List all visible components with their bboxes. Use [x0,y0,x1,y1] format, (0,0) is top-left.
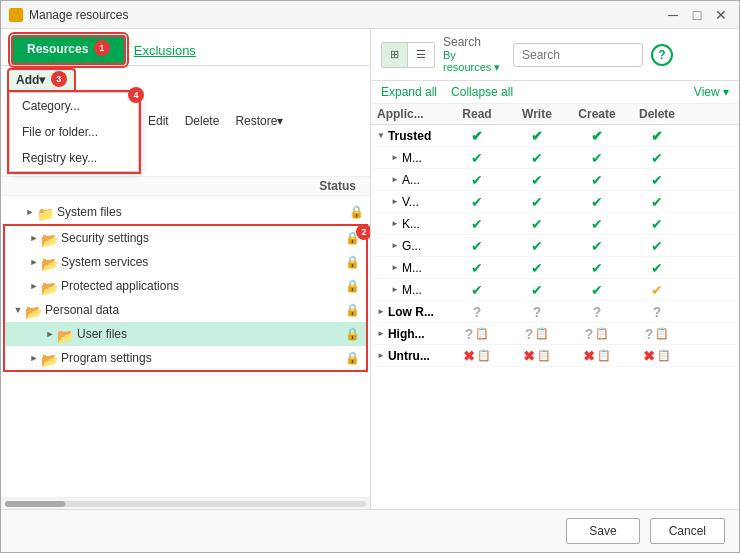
col-header-create: Create [567,107,627,121]
expand-all-link[interactable]: Expand all [381,85,437,99]
table-row-low-risk[interactable]: ►Low R... ? ? ? ? [371,301,739,323]
tree-row-user-files[interactable]: 📂 User files 🔒 [5,322,366,346]
maximize-button[interactable]: □ [687,5,707,25]
col-header-delete: Delete [627,107,687,121]
tree-row-program-settings[interactable]: 📂 Program settings 🔒 [5,346,366,370]
search-by[interactable]: By resources ▾ [443,49,507,74]
tree-row-system-files[interactable]: 📁 System files 🔒 [1,200,370,224]
search-label: Search [443,35,507,49]
right-toolbar: ⊞ ☰ Search By resources ▾ ? [371,29,739,81]
window-title: Manage resources [29,8,128,22]
folder-system-files-icon: 📁 [37,206,53,219]
lock-system-services: 🔒 [345,255,360,269]
table-header: Applic... Read Write Create Delete [371,104,739,125]
table-row-untrusted[interactable]: ►Untru... ✖📋 ✖📋 ✖📋 ✖📋 [371,345,739,367]
chevron-protected-apps [27,279,41,293]
box2-badge: 2 [356,224,370,240]
folder-user-files-icon: 📂 [57,328,73,341]
folder-personal-data-icon: 📂 [25,304,41,317]
chevron-system-files [23,205,37,219]
tree-label-system-files: System files [57,205,349,219]
left-panel: Resources 1 Exclusions Add▾ 3 Category..… [1,29,371,509]
manage-resources-window: Manage resources ─ □ ✕ Resources 1 Exclu… [0,0,740,553]
dropdown-file-folder[interactable]: File or folder... [10,119,138,145]
grid-view-button[interactable]: ⊞ [382,43,408,67]
view-link[interactable]: View ▾ [694,85,729,99]
table-row-m1[interactable]: ►M... ✔ ✔ ✔ ✔ [371,147,739,169]
add-button-wrap: Add▾ 3 Category... File or folder... Reg… [9,70,139,172]
lock-system-files: 🔒 [349,205,364,219]
tree-row-system-services[interactable]: 📂 System services 🔒 [5,250,366,274]
tree-label-protected-apps: Protected applications [61,279,345,293]
tree-col-name [7,179,319,193]
folder-program-settings-icon: 📂 [41,352,57,365]
col-header-write: Write [507,107,567,121]
lock-personal-data: 🔒 [345,303,360,317]
app-icon [9,8,23,22]
trusted-delete-icon: ✔ [651,128,663,144]
tab-exclusions[interactable]: Exclusions [134,43,196,58]
tab-badge-1: 1 [94,40,110,56]
redbox-group: 2 📂 Security settings 🔒 📂 System service… [5,226,366,370]
label-trusted: Trusted [388,129,431,143]
lock-protected-apps: 🔒 [345,279,360,293]
toolbar-badge-3: 3 [51,71,67,87]
lock-user-files: 🔒 [345,327,360,341]
view-toggle: ⊞ ☰ [381,42,435,68]
minimize-button[interactable]: ─ [663,5,683,25]
left-toolbar: Add▾ 3 Category... File or folder... Reg… [1,66,370,177]
trusted-write-icon: ✔ [531,128,543,144]
add-dropdown: Category... File or folder... Registry k… [9,92,139,172]
collapse-all-link[interactable]: Collapse all [451,85,513,99]
tree-col-status: Status [319,179,356,193]
tree-label-personal-data: Personal data [45,303,345,317]
chevron-program-settings [27,351,41,365]
close-button[interactable]: ✕ [711,5,731,25]
tree-row-protected-apps[interactable]: 📂 Protected applications 🔒 [5,274,366,298]
col-header-read: Read [447,107,507,121]
edit-button[interactable]: Edit [141,111,176,131]
tabs-bar: Resources 1 Exclusions [1,29,370,66]
restore-button[interactable]: Restore▾ [228,111,290,131]
left-scrollbar[interactable] [1,497,370,509]
table-body: ▼ Trusted ✔ ✔ ✔ ✔ ►M... ✔ ✔ ✔ ✔ [371,125,739,509]
table-row-a1[interactable]: ►A... ✔ ✔ ✔ ✔ [371,169,739,191]
expand-collapse-bar: Expand all Collapse all View ▾ [371,81,739,104]
list-view-button[interactable]: ☰ [408,43,434,67]
save-button[interactable]: Save [566,518,639,544]
table-row-high-risk[interactable]: ►High... ?📋 ?📋 ?📋 ?📋 [371,323,739,345]
tree-label-program-settings: Program settings [61,351,345,365]
titlebar: Manage resources ─ □ ✕ [1,1,739,29]
tree-label-user-files: User files [77,327,345,341]
table-row-m3[interactable]: ►M... ✔ ✔ ✔ ✔ [371,279,739,301]
delete-button[interactable]: Delete [178,111,227,131]
tree-area: 📁 System files 🔒 2 📂 Security settings 🔒 [1,196,370,497]
col-header-app: Applic... [377,107,447,121]
table-row-v1[interactable]: ►V... ✔ ✔ ✔ ✔ [371,191,739,213]
main-area: Resources 1 Exclusions Add▾ 3 Category..… [1,29,739,509]
search-input[interactable] [513,43,643,67]
cancel-button[interactable]: Cancel [650,518,725,544]
trusted-create-icon: ✔ [591,128,603,144]
tree-label-security-settings: Security settings [61,231,345,245]
table-row-m2[interactable]: ►M... ✔ ✔ ✔ ✔ [371,257,739,279]
chevron-personal-data [11,303,25,317]
table-row-trusted[interactable]: ▼ Trusted ✔ ✔ ✔ ✔ [371,125,739,147]
trusted-read-icon: ✔ [471,128,483,144]
dropdown-registry-key[interactable]: Registry key... [10,145,138,171]
tab-resources[interactable]: Resources 1 [11,35,126,65]
right-panel: ⊞ ☰ Search By resources ▾ ? Expand all C… [371,29,739,509]
add-button[interactable]: Add▾ 3 [9,70,74,92]
table-row-g1[interactable]: ►G... ✔ ✔ ✔ ✔ [371,235,739,257]
window-controls: ─ □ ✕ [663,5,731,25]
chevron-system-services [27,255,41,269]
tree-row-security-settings[interactable]: 📂 Security settings 🔒 [5,226,366,250]
chevron-user-files [43,327,57,341]
help-button[interactable]: ? [651,44,673,66]
folder-system-services-icon: 📂 [41,256,57,269]
lock-program-settings: 🔒 [345,351,360,365]
table-row-k1[interactable]: ►K... ✔ ✔ ✔ ✔ [371,213,739,235]
tree-row-personal-data[interactable]: 📂 Personal data 🔒 [5,298,366,322]
search-area: Search By resources ▾ [443,35,643,74]
dropdown-category[interactable]: Category... [10,93,138,119]
